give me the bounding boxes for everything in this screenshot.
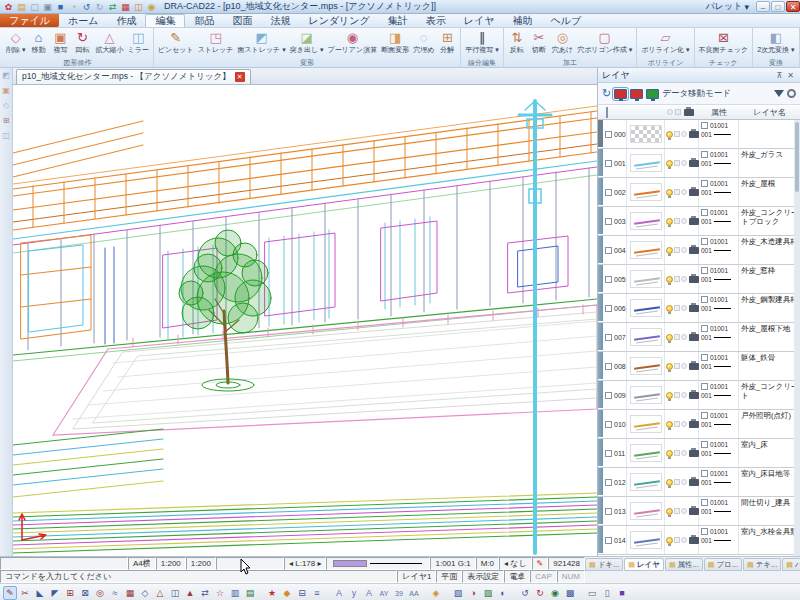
attr-checkbox[interactable] — [701, 209, 708, 216]
gear-icon[interactable] — [787, 89, 796, 98]
visible-bulb-icon[interactable] — [666, 479, 673, 486]
ribbon-button-穴あけ[interactable]: ◎穴あけ — [550, 29, 575, 58]
visible-bulb-icon[interactable] — [666, 421, 673, 428]
gem-tool-icon[interactable]: ◆ — [280, 586, 294, 600]
menu-item-ファイル[interactable]: ファイル — [0, 14, 59, 27]
view-layer-button[interactable]: レイヤ1 — [397, 570, 436, 583]
layer-scrollbar[interactable] — [794, 120, 800, 556]
attr-checkbox[interactable] — [701, 470, 708, 477]
panel-tab-レイヤ[interactable]: ▤レイヤ — [624, 558, 664, 571]
ribbon-button-分解[interactable]: ⊞分解 — [436, 29, 458, 58]
print-icon[interactable] — [689, 218, 699, 225]
triangle-tool-icon[interactable]: △ — [153, 586, 167, 600]
print-icon[interactable] — [689, 450, 699, 457]
layer-checkbox[interactable] — [605, 421, 612, 428]
visible-bulb-icon[interactable] — [666, 537, 673, 544]
ribbon-button-突き出し[interactable]: ◪突き出し ▾ — [288, 29, 326, 58]
visible-bulb-icon[interactable] — [666, 247, 673, 254]
menu-item-ホーム[interactable]: ホーム — [59, 14, 107, 27]
layer-row-002[interactable]: 00201001001外皮_屋根 — [598, 178, 800, 207]
layers-tool-icon[interactable]: ▤ — [243, 586, 257, 600]
layer-row-000[interactable]: 00001001001 — [598, 120, 800, 149]
ribbon-button-ストレッチ[interactable]: ◳ストレッチ — [196, 29, 236, 58]
layer-checkbox[interactable] — [605, 305, 612, 312]
app-logo-icon[interactable]: ✿ — [3, 2, 14, 12]
screen-mode-3-icon[interactable] — [646, 89, 659, 99]
menu-item-レンダリング[interactable]: レンダリング — [299, 14, 378, 27]
print-icon[interactable] — [689, 160, 699, 167]
print-icon[interactable] — [689, 508, 699, 515]
layer-row-008[interactable]: 00801001001躯体_鉄骨 — [598, 352, 800, 381]
panel-close-icon[interactable]: ✕ — [785, 71, 796, 80]
palette-dropdown[interactable]: パレット ▾ — [700, 0, 755, 13]
rows-tool-icon[interactable]: ▥ — [228, 586, 242, 600]
solid-tool-icon[interactable]: ▲ — [183, 586, 197, 600]
select-tool-icon[interactable]: ◩ — [2, 71, 10, 80]
menu-item-表示[interactable]: 表示 — [417, 14, 455, 27]
panel-tab-プロ...[interactable]: ▤プロ... — [704, 558, 742, 571]
reference-icon[interactable] — [681, 421, 687, 427]
minimize-button[interactable]: – — [756, 1, 770, 12]
layer-row-001[interactable]: 00101001001外皮_ガラス — [598, 149, 800, 178]
screen-mode-1-icon[interactable] — [614, 89, 627, 99]
lock-icon[interactable] — [674, 305, 680, 311]
help-icon[interactable]: ◉ — [146, 2, 157, 12]
scale-sub[interactable]: 1:200 — [186, 557, 216, 570]
lock-icon[interactable] — [674, 276, 680, 282]
menu-item-図面[interactable]: 図面 — [223, 14, 261, 27]
reference-icon[interactable] — [681, 392, 687, 398]
panel-pin-icon[interactable]: ⊼ — [774, 71, 785, 80]
ribbon-button-ポリライン化[interactable]: ▱ポリライン化 ▾ — [639, 29, 691, 58]
undo-icon[interactable]: ↺ — [81, 2, 92, 12]
print-icon[interactable] — [689, 276, 699, 283]
visible-bulb-icon[interactable] — [666, 508, 673, 515]
new-file-icon[interactable]: ▢ — [29, 2, 40, 12]
palette-icon[interactable]: ◫ — [133, 2, 144, 12]
layer-row-005[interactable]: 00501001001外皮_窓枠 — [598, 265, 800, 294]
ribbon-button-削除[interactable]: ◇削除 ▾ — [4, 29, 27, 58]
attr-checkbox[interactable] — [701, 528, 708, 535]
minus-tool-icon[interactable]: ⊟ — [295, 586, 309, 600]
undo-view-icon[interactable]: ↺ — [518, 586, 532, 600]
close-button[interactable]: ✕ — [786, 1, 800, 12]
command-prompt[interactable]: コマンドを入力してください — [0, 570, 397, 583]
screen-mode-2-icon[interactable] — [630, 89, 643, 99]
text-39-icon[interactable]: 39 — [392, 586, 406, 600]
swap-tool-icon[interactable]: ⇄ — [198, 586, 212, 600]
text-a2-icon[interactable]: A — [362, 586, 376, 600]
lock-icon[interactable] — [674, 479, 680, 485]
lock-icon[interactable] — [674, 537, 680, 543]
layer-checkbox[interactable] — [605, 160, 612, 167]
layer-row-010[interactable]: 01001001001戸外照明(点灯) — [598, 410, 800, 439]
print-icon[interactable] — [689, 131, 699, 138]
open-icon[interactable]: ▤ — [16, 2, 27, 12]
layer-checkbox[interactable] — [605, 479, 612, 486]
attr-checkbox[interactable] — [701, 238, 708, 245]
layer-number[interactable]: ◂ L:178 ▸ — [284, 557, 327, 570]
paper-size[interactable]: A4横 — [128, 557, 156, 570]
visible-bulb-icon[interactable] — [666, 160, 673, 167]
panel-tab-テキ...[interactable]: ▤テキ... — [743, 558, 781, 571]
pen-icon[interactable]: ✎ — [532, 557, 549, 570]
panel-tab-属性...[interactable]: ▤属性... — [665, 558, 703, 571]
layer-checkbox[interactable] — [605, 450, 612, 457]
layer-row-004[interactable]: 00401001001外皮_木造建具枠 — [598, 236, 800, 265]
layer-checkbox[interactable] — [605, 392, 612, 399]
ribbon-button-反転[interactable]: ⇅反転 — [506, 29, 528, 58]
linetype-field[interactable]: 1:001 G:1 — [430, 557, 475, 570]
text-aa-icon[interactable]: AA — [407, 586, 421, 600]
pen-color-field[interactable] — [326, 557, 430, 570]
attr-checkbox[interactable] — [701, 441, 708, 448]
reference-icon[interactable] — [681, 131, 687, 137]
delete-tool-icon[interactable]: ⊠ — [78, 586, 92, 600]
layer-checkbox[interactable] — [605, 247, 612, 254]
filter-icon[interactable] — [774, 90, 784, 97]
zoom-tool-icon[interactable]: ▣ — [2, 86, 10, 95]
panel-tool-icon[interactable]: ▭ — [585, 586, 599, 600]
ribbon-button-ミラー[interactable]: ◫ミラー — [125, 29, 150, 58]
mirror-tool-icon[interactable]: ◫ — [168, 586, 182, 600]
layer-checkbox[interactable] — [605, 131, 612, 138]
lock-icon[interactable] — [674, 508, 680, 514]
layer-checkbox[interactable] — [605, 276, 612, 283]
measure-tool-icon[interactable]: ⊞ — [3, 116, 10, 125]
